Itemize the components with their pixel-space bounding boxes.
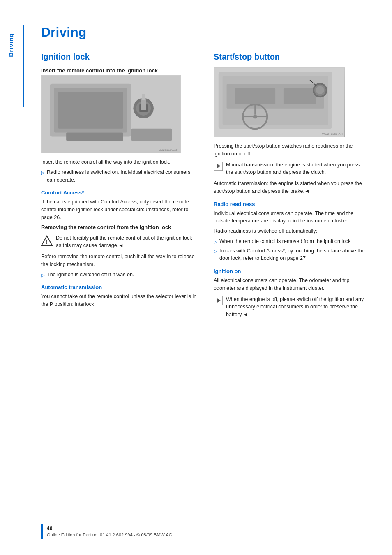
ignition-lock-heading: Ignition lock [41,52,197,62]
insert-remote-bullet1-text: Radio readiness is switched on. Individu… [47,169,197,184]
start-stop-heading: Start/stop button [214,52,367,62]
radio-readiness-body1: Individual electrical consumers can oper… [214,210,367,225]
removing-remote-heading: Removing the remote control from the ign… [41,224,197,230]
warning-icon: ! [41,235,53,247]
left-column: Ignition lock Insert the remote control … [41,52,197,322]
radio-readiness-body2: Radio readiness is switched off automati… [214,227,367,235]
bullet-arrow-2: ▷ [41,272,44,279]
warning-box: ! Do not forcibly pull the remote contro… [41,234,197,250]
radio-readiness-bullet2-text: In cars with Comfort Access*, by touchin… [219,247,367,263]
automatic-transmission-heading: Automatic transmission [41,284,197,290]
page-container: Driving Driving Ignition lock Insert the… [0,0,392,555]
bullet-arrow-1: ▷ [41,169,44,176]
svg-point-21 [316,86,324,94]
svg-rect-10 [142,94,145,100]
ignition-on-body1: All electrical consumers can operate. Th… [214,277,367,292]
ignition-off-note: When the engine is off, please switch of… [214,296,367,319]
removing-remote-body1: Before removing the remote control, push… [41,253,197,268]
start-stop-image: WG241369.AN [214,67,345,137]
play-icon-1 [214,162,223,171]
start-stop-intro: Pressing the start/stop button switches … [214,142,367,158]
ignition-off-note-text: When the engine is off, please switch of… [226,296,367,319]
warning-text: Do not forcibly pull the remote control … [56,234,197,250]
start-stop-image-code: WG241369.AN [322,132,343,136]
footer-text: Online Edition for Part no. 01 41 2 602 … [47,532,172,537]
radio-readiness-bullet1-text: When the remote control is removed from … [219,238,351,245]
footer: 46 Online Edition for Part no. 01 41 2 6… [0,524,392,539]
svg-point-24 [253,115,257,119]
svg-rect-7 [131,129,172,141]
automatic-transmission-body: You cannot take out the remote control u… [41,293,197,308]
start-stop-image-inner: WG241369.AN [214,68,345,137]
ignition-lock-image-inner: UZ261100.AN [42,76,180,153]
insert-remote-body1: Insert the remote control all the way in… [41,158,197,166]
svg-marker-31 [217,298,221,303]
svg-rect-18 [284,88,316,104]
removing-remote-bullet1-text: The ignition is switched off if it was o… [47,271,134,279]
left-bar [23,25,24,107]
play-icon-2 [214,296,223,305]
footer-bar [41,524,43,539]
svg-rect-3 [58,92,123,129]
insert-remote-heading: Insert the remote control into the ignit… [41,67,197,74]
manual-transmission-text: Manual transmission: the engine is start… [226,161,367,177]
svg-text:!: ! [46,239,48,245]
insert-remote-bullet1: ▷ Radio readiness is switched on. Indivi… [41,169,197,184]
svg-rect-8 [66,133,123,141]
removing-remote-bullet1: ▷ The ignition is switched off if it was… [41,271,197,279]
right-column: Start/stop button [214,52,367,322]
manual-transmission-note: Manual transmission: the engine is start… [214,161,367,177]
comfort-access-heading: Comfort Access* [41,190,197,196]
page-title: Driving [41,25,367,40]
svg-marker-29 [217,164,221,169]
image-caption-code: UZ261100.AN [159,148,178,152]
sidebar-label: Driving [7,33,14,57]
comfort-access-body: If the car is equipped with Comfort Acce… [41,198,197,221]
radio-readiness-bullet2: ▷ In cars with Comfort Access*, by touch… [214,247,367,263]
two-column-layout: Ignition lock Insert the remote control … [41,52,367,322]
ignition-lock-image: UZ261100.AN [41,75,181,153]
footer-content: 46 Online Edition for Part no. 01 41 2 6… [47,525,172,537]
bullet-arrow-3: ▷ [214,238,217,245]
radio-readiness-bullet1: ▷ When the remote control is removed fro… [214,238,367,245]
radio-readiness-heading: Radio readiness [214,201,367,207]
automatic-transmission-body2: Automatic transmission: the engine is st… [214,180,367,195]
ignition-on-heading: Ignition on [214,268,367,274]
page-number: 46 [47,525,172,531]
svg-rect-17 [235,88,275,104]
bullet-arrow-4: ▷ [214,248,217,255]
